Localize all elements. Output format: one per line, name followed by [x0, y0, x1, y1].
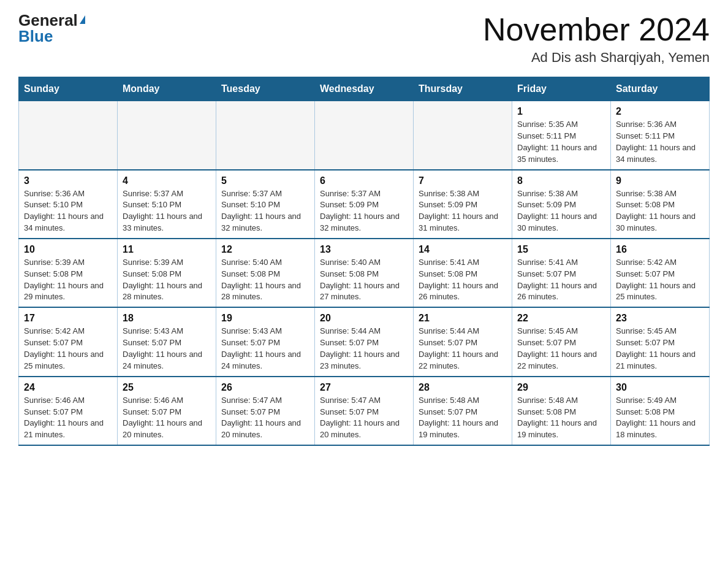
day-info: Sunrise: 5:49 AM Sunset: 5:08 PM Dayligh… [616, 395, 704, 441]
day-number: 21 [419, 313, 507, 324]
day-number: 28 [419, 382, 507, 393]
day-number: 27 [320, 382, 408, 393]
col-header-monday: Monday [118, 77, 216, 101]
calendar-cell: 29Sunrise: 5:48 AM Sunset: 5:08 PM Dayli… [512, 377, 611, 445]
calendar-week-row: 1Sunrise: 5:35 AM Sunset: 5:11 PM Daylig… [19, 101, 710, 170]
day-info: Sunrise: 5:36 AM Sunset: 5:11 PM Dayligh… [616, 119, 704, 165]
day-number: 24 [24, 382, 112, 393]
day-number: 8 [517, 175, 605, 186]
calendar-header-row: SundayMondayTuesdayWednesdayThursdayFrid… [19, 77, 710, 101]
title-area: November 2024 Ad Dis ash Sharqiyah, Yeme… [483, 12, 710, 66]
day-info: Sunrise: 5:42 AM Sunset: 5:07 PM Dayligh… [616, 257, 704, 303]
calendar-cell: 8Sunrise: 5:38 AM Sunset: 5:09 PM Daylig… [512, 170, 611, 239]
calendar-cell: 10Sunrise: 5:39 AM Sunset: 5:08 PM Dayli… [19, 239, 118, 307]
day-info: Sunrise: 5:48 AM Sunset: 5:07 PM Dayligh… [419, 395, 507, 441]
calendar-subtitle: Ad Dis ash Sharqiyah, Yemen [483, 50, 710, 66]
day-number: 10 [24, 244, 112, 255]
day-number: 1 [517, 106, 605, 117]
day-number: 5 [221, 175, 309, 186]
day-info: Sunrise: 5:45 AM Sunset: 5:07 PM Dayligh… [517, 326, 605, 372]
day-info: Sunrise: 5:39 AM Sunset: 5:08 PM Dayligh… [123, 257, 211, 303]
calendar-cell: 5Sunrise: 5:37 AM Sunset: 5:10 PM Daylig… [216, 170, 315, 239]
day-info: Sunrise: 5:37 AM Sunset: 5:10 PM Dayligh… [221, 188, 309, 234]
calendar-cell [414, 101, 512, 170]
day-number: 29 [517, 382, 605, 393]
day-number: 15 [517, 244, 605, 255]
col-header-tuesday: Tuesday [216, 77, 315, 101]
day-info: Sunrise: 5:47 AM Sunset: 5:07 PM Dayligh… [320, 395, 408, 441]
col-header-saturday: Saturday [611, 77, 710, 101]
day-number: 3 [24, 175, 112, 186]
calendar-table: SundayMondayTuesdayWednesdayThursdayFrid… [18, 77, 710, 446]
calendar-cell: 27Sunrise: 5:47 AM Sunset: 5:07 PM Dayli… [315, 377, 414, 445]
calendar-cell: 20Sunrise: 5:44 AM Sunset: 5:07 PM Dayli… [315, 307, 414, 376]
day-number: 19 [221, 313, 309, 324]
day-info: Sunrise: 5:39 AM Sunset: 5:08 PM Dayligh… [24, 257, 112, 303]
day-info: Sunrise: 5:45 AM Sunset: 5:07 PM Dayligh… [616, 326, 704, 372]
day-info: Sunrise: 5:44 AM Sunset: 5:07 PM Dayligh… [419, 326, 507, 372]
page-header: General Blue November 2024 Ad Dis ash Sh… [18, 12, 710, 66]
calendar-cell: 30Sunrise: 5:49 AM Sunset: 5:08 PM Dayli… [611, 377, 710, 445]
calendar-week-row: 10Sunrise: 5:39 AM Sunset: 5:08 PM Dayli… [19, 239, 710, 307]
day-info: Sunrise: 5:46 AM Sunset: 5:07 PM Dayligh… [123, 395, 211, 441]
col-header-thursday: Thursday [414, 77, 512, 101]
day-number: 9 [616, 175, 704, 186]
calendar-cell: 9Sunrise: 5:38 AM Sunset: 5:08 PM Daylig… [611, 170, 710, 239]
day-info: Sunrise: 5:38 AM Sunset: 5:09 PM Dayligh… [517, 188, 605, 234]
calendar-cell: 2Sunrise: 5:36 AM Sunset: 5:11 PM Daylig… [611, 101, 710, 170]
day-info: Sunrise: 5:35 AM Sunset: 5:11 PM Dayligh… [517, 119, 605, 165]
day-number: 11 [123, 244, 211, 255]
day-info: Sunrise: 5:41 AM Sunset: 5:08 PM Dayligh… [419, 257, 507, 303]
calendar-cell: 22Sunrise: 5:45 AM Sunset: 5:07 PM Dayli… [512, 307, 611, 376]
col-header-friday: Friday [512, 77, 611, 101]
day-info: Sunrise: 5:46 AM Sunset: 5:07 PM Dayligh… [24, 395, 112, 441]
day-info: Sunrise: 5:43 AM Sunset: 5:07 PM Dayligh… [221, 326, 309, 372]
day-info: Sunrise: 5:43 AM Sunset: 5:07 PM Dayligh… [123, 326, 211, 372]
day-info: Sunrise: 5:38 AM Sunset: 5:09 PM Dayligh… [419, 188, 507, 234]
day-number: 7 [419, 175, 507, 186]
calendar-cell: 14Sunrise: 5:41 AM Sunset: 5:08 PM Dayli… [414, 239, 512, 307]
calendar-cell: 19Sunrise: 5:43 AM Sunset: 5:07 PM Dayli… [216, 307, 315, 376]
calendar-cell: 6Sunrise: 5:37 AM Sunset: 5:09 PM Daylig… [315, 170, 414, 239]
day-info: Sunrise: 5:47 AM Sunset: 5:07 PM Dayligh… [221, 395, 309, 441]
calendar-cell: 21Sunrise: 5:44 AM Sunset: 5:07 PM Dayli… [414, 307, 512, 376]
day-number: 12 [221, 244, 309, 255]
calendar-week-row: 17Sunrise: 5:42 AM Sunset: 5:07 PM Dayli… [19, 307, 710, 376]
logo-general-text: General [18, 12, 78, 28]
calendar-cell: 16Sunrise: 5:42 AM Sunset: 5:07 PM Dayli… [611, 239, 710, 307]
calendar-cell [118, 101, 216, 170]
day-info: Sunrise: 5:37 AM Sunset: 5:10 PM Dayligh… [123, 188, 211, 234]
day-info: Sunrise: 5:48 AM Sunset: 5:08 PM Dayligh… [517, 395, 605, 441]
logo-blue-text: Blue [18, 28, 53, 44]
calendar-cell: 13Sunrise: 5:40 AM Sunset: 5:08 PM Dayli… [315, 239, 414, 307]
calendar-cell: 11Sunrise: 5:39 AM Sunset: 5:08 PM Dayli… [118, 239, 216, 307]
day-number: 13 [320, 244, 408, 255]
day-number: 30 [616, 382, 704, 393]
day-number: 18 [123, 313, 211, 324]
calendar-title: November 2024 [483, 12, 710, 47]
day-number: 26 [221, 382, 309, 393]
col-header-sunday: Sunday [19, 77, 118, 101]
day-number: 4 [123, 175, 211, 186]
day-number: 2 [616, 106, 704, 117]
calendar-cell: 18Sunrise: 5:43 AM Sunset: 5:07 PM Dayli… [118, 307, 216, 376]
day-number: 6 [320, 175, 408, 186]
day-info: Sunrise: 5:40 AM Sunset: 5:08 PM Dayligh… [320, 257, 408, 303]
calendar-cell: 12Sunrise: 5:40 AM Sunset: 5:08 PM Dayli… [216, 239, 315, 307]
calendar-cell: 24Sunrise: 5:46 AM Sunset: 5:07 PM Dayli… [19, 377, 118, 445]
day-number: 20 [320, 313, 408, 324]
calendar-cell: 15Sunrise: 5:41 AM Sunset: 5:07 PM Dayli… [512, 239, 611, 307]
day-info: Sunrise: 5:44 AM Sunset: 5:07 PM Dayligh… [320, 326, 408, 372]
day-number: 16 [616, 244, 704, 255]
col-header-wednesday: Wednesday [315, 77, 414, 101]
day-number: 25 [123, 382, 211, 393]
calendar-week-row: 3Sunrise: 5:36 AM Sunset: 5:10 PM Daylig… [19, 170, 710, 239]
calendar-cell [315, 101, 414, 170]
day-number: 23 [616, 313, 704, 324]
day-info: Sunrise: 5:38 AM Sunset: 5:08 PM Dayligh… [616, 188, 704, 234]
logo-triangle-icon [80, 15, 85, 24]
day-number: 17 [24, 313, 112, 324]
logo: General Blue [18, 12, 85, 44]
day-info: Sunrise: 5:40 AM Sunset: 5:08 PM Dayligh… [221, 257, 309, 303]
calendar-cell: 3Sunrise: 5:36 AM Sunset: 5:10 PM Daylig… [19, 170, 118, 239]
